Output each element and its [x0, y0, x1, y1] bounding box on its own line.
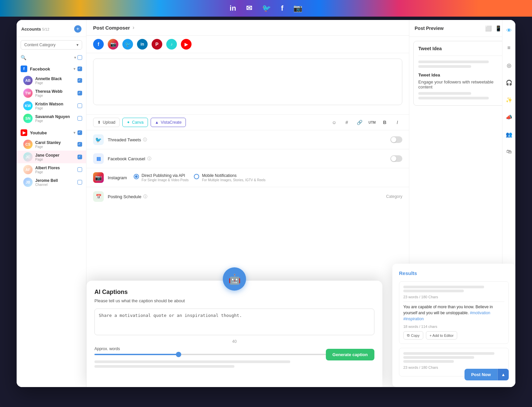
tab-linkedin[interactable]: in	[137, 39, 148, 50]
tweet-idea-card: Tweet Idea ▾ Tweet Idea Engage your foll…	[413, 41, 511, 106]
utm-button[interactable]: UTM	[367, 117, 377, 127]
avatar-kristin: KW	[23, 101, 33, 110]
direct-publishing-label: Direct Publishing via API	[142, 173, 189, 178]
sidebar-header: Accounts 5/12 +	[17, 25, 86, 37]
account-item-savannah[interactable]: SN Savannah Nguyen Page	[17, 112, 86, 125]
canva-button[interactable]: ✦ Canva	[122, 118, 148, 127]
users-icon[interactable]: 👥	[504, 129, 514, 140]
post-now-expand-button[interactable]: ▲	[497, 369, 509, 380]
tweet-idea-title: Tweet Idea	[418, 46, 442, 51]
account-item-kristin[interactable]: KW Kristin Watson Page	[17, 99, 86, 112]
youtube-platform-header[interactable]: ▶ Youtube ▾	[17, 127, 86, 138]
direct-publishing-sub: For Single Image & Video Posts	[142, 178, 189, 182]
mobile-preview-icon[interactable]: 📱	[495, 25, 502, 32]
result-gray-line-2	[403, 290, 464, 292]
copy-button-1[interactable]: ⧉ Copy	[403, 331, 423, 339]
desktop-preview-icon[interactable]: ⬜	[485, 25, 492, 32]
tab-pinterest[interactable]: P	[152, 39, 162, 50]
facebook-carousel-toggle[interactable]	[390, 155, 402, 162]
upload-button[interactable]: ⬆ Upload	[93, 118, 120, 127]
account-item-theresa[interactable]: TW Theresa Webb Page	[17, 87, 86, 99]
motivation-hashtag[interactable]: #motivation #inspiration	[403, 311, 490, 321]
wand-icon[interactable]: ✨	[504, 94, 514, 105]
kristin-checkbox[interactable]	[77, 103, 82, 108]
select-all-checkbox[interactable]	[77, 55, 82, 60]
facebook-platform-checkbox[interactable]	[77, 67, 82, 71]
annette-checkbox[interactable]	[77, 78, 82, 83]
albert-checkbox[interactable]	[77, 167, 82, 172]
megaphone-icon[interactable]: 📣	[504, 112, 514, 122]
tweet-idea-card-header[interactable]: Tweet Idea ▾	[414, 41, 511, 56]
account-info-jane: Jane Cooper Page	[35, 153, 77, 161]
vistacreate-label: VistaCreate	[161, 120, 182, 125]
tab-twitter[interactable]: 🐦	[122, 39, 133, 50]
link-button[interactable]: 🔗	[354, 117, 364, 127]
savannah-checkbox[interactable]	[77, 116, 82, 121]
account-item-albert[interactable]: AF Albert Flores Page	[17, 163, 86, 176]
content-category-dropdown[interactable]: Content Category ▾	[21, 40, 82, 50]
mobile-notifications-radio[interactable]	[194, 174, 199, 179]
facebook-carousel-row: ▤ Facebook Carousel ⓘ	[86, 149, 409, 168]
result2-gray-line-3	[403, 360, 454, 363]
posting-schedule-info-icon[interactable]: ⓘ	[143, 194, 147, 200]
result-divider	[403, 302, 504, 302]
canva-icon: ✦	[127, 120, 130, 125]
post-now-bar: Post Now ▲	[465, 369, 509, 380]
user-circle-icon[interactable]: ◎	[504, 60, 514, 70]
direct-publishing-option[interactable]: Direct Publishing via API For Single Ima…	[134, 173, 189, 182]
emoji-button[interactable]: ☺	[329, 117, 339, 127]
add-to-editor-label: + Add to Editor	[430, 334, 454, 338]
bag-icon[interactable]: 🛍	[504, 146, 514, 157]
avatar-carol: CS	[23, 140, 33, 149]
account-info-jerome: Jerome Bell Channel	[35, 178, 77, 187]
mobile-notifications-sub: For Multiple Images, Stories, IGTV & Ree…	[202, 178, 265, 182]
posting-schedule-label: Posting Schedule ⓘ	[108, 194, 386, 200]
account-name-jerome: Jerome Bell	[35, 178, 77, 183]
post-now-button[interactable]: Post Now	[465, 369, 497, 380]
threaded-tweets-row: 🐦 Threaded Tweets ⓘ	[86, 130, 409, 149]
search-row: 🔍 ▾	[17, 53, 86, 62]
jerome-checkbox[interactable]	[77, 180, 82, 185]
account-item-carol[interactable]: CS Carol Stanley Page	[17, 138, 86, 151]
eye-icon[interactable]: 👁	[504, 25, 514, 36]
account-info-carol: Carol Stanley Page	[35, 140, 77, 149]
carol-checkbox[interactable]	[77, 142, 82, 147]
composer-area: Post Composer › f 📷 🐦 in P ♪ ▶	[86, 20, 409, 387]
facebook-carousel-info-icon[interactable]: ⓘ	[147, 156, 151, 162]
youtube-platform-group: ▶ Youtube ▾ CS Carol Stanley Page JC Jan…	[17, 127, 86, 189]
generate-caption-button[interactable]: Generate caption	[326, 349, 374, 360]
ai-captions-input[interactable]: Share a motivational quote or an inspira…	[94, 309, 374, 335]
result-gray-line-1	[403, 286, 484, 288]
threaded-tweets-toggle[interactable]	[390, 136, 402, 143]
preview-panel: Post Preview ⬜ 📱 ✕ Tweet Idea ▾ Tweet Id…	[409, 20, 515, 387]
post-text-input[interactable]	[93, 59, 402, 105]
tab-youtube[interactable]: ▶	[181, 39, 192, 50]
add-to-editor-button-1[interactable]: + Add to Editor	[426, 331, 457, 339]
bold-button[interactable]: B	[380, 117, 390, 127]
account-item-jane[interactable]: JC Jane Cooper Page	[17, 151, 86, 163]
facebook-platform-header[interactable]: f Facebook ▾	[17, 64, 86, 74]
youtube-platform-checkbox[interactable]	[77, 130, 82, 135]
slider-thumb[interactable]	[176, 352, 181, 357]
tab-instagram[interactable]: 📷	[108, 39, 118, 50]
mobile-notifications-option[interactable]: Mobile Notifications For Multiple Images…	[194, 173, 265, 182]
vistacreate-button[interactable]: ▲ VistaCreate	[151, 118, 186, 127]
tab-facebook[interactable]: f	[93, 39, 104, 50]
facebook-tab-icon: f	[98, 42, 99, 47]
italic-button[interactable]: I	[392, 117, 402, 127]
headphones-icon[interactable]: 🎧	[504, 77, 514, 88]
theresa-checkbox[interactable]	[77, 91, 82, 95]
direct-publishing-radio[interactable]	[134, 174, 139, 179]
account-info-savannah: Savannah Nguyen Page	[35, 114, 77, 123]
account-item-jerome[interactable]: JB Jerome Bell Channel	[17, 176, 86, 189]
list-icon[interactable]: ≡	[504, 43, 514, 53]
instagram-option-row: 📷 Instagram Direct Publishing via API Fo…	[86, 168, 409, 187]
add-account-button[interactable]: +	[74, 25, 81, 33]
hashtag-button[interactable]: #	[342, 117, 352, 127]
threaded-tweets-info-icon[interactable]: ⓘ	[143, 137, 147, 143]
account-item-annette[interactable]: AB Annette Black Page	[17, 74, 86, 87]
calendar-icon: 📅	[96, 194, 101, 199]
jane-checkbox[interactable]	[77, 155, 82, 159]
tiktok-tab-icon: ♪	[171, 42, 173, 47]
tab-tiktok[interactable]: ♪	[166, 39, 177, 50]
